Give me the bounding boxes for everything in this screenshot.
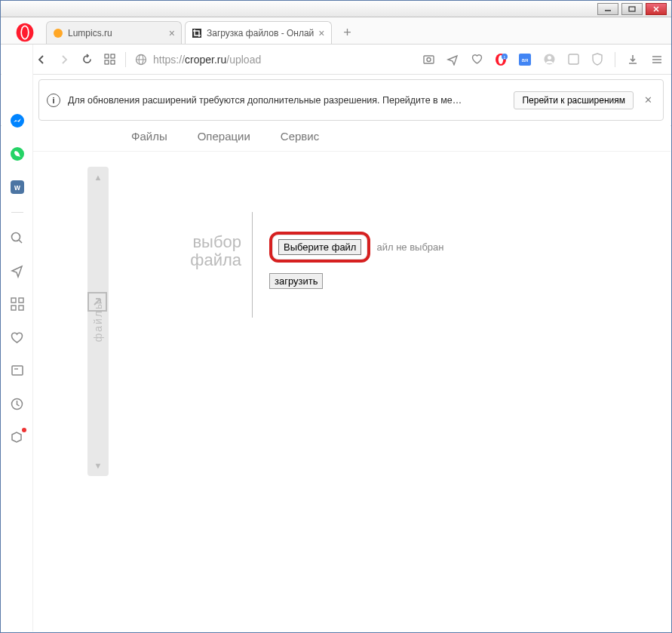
svg-rect-10 (111, 54, 115, 58)
svg-text:w: w (14, 183, 20, 192)
tab-title: Загрузка файлов - Онлай (207, 28, 314, 38)
svg-point-31 (12, 232, 20, 241)
window-frame: Lumpics.ru × Загрузка файлов - Онлай × +… (0, 0, 672, 633)
menu-operations[interactable]: Операции (198, 130, 250, 143)
svg-text:1: 1 (504, 54, 506, 59)
upload-area: выбор файла Выберите файл айл не выбран … (154, 212, 670, 318)
go-to-extensions-button[interactable]: Перейти к расширениям (514, 91, 634, 109)
new-tab-button[interactable]: + (338, 23, 357, 42)
svg-point-6 (22, 26, 28, 38)
news-sidebar-icon[interactable] (9, 362, 26, 379)
crop-favicon-icon (192, 28, 202, 38)
menu-icon[interactable] (650, 53, 664, 66)
tab-close-icon[interactable]: × (169, 27, 175, 39)
menu-service[interactable]: Сервис (281, 130, 319, 143)
vk-icon[interactable]: w (9, 179, 26, 195)
svg-rect-1 (629, 7, 635, 11)
url-host: croper.ru (185, 54, 226, 66)
adblock-icon[interactable] (566, 53, 580, 66)
expand-icon[interactable] (87, 292, 107, 312)
tab-title: Lumpics.ru (68, 28, 112, 38)
svg-point-25 (548, 56, 551, 60)
tab-croper[interactable]: Загрузка файлов - Онлай × (185, 21, 332, 44)
url-field[interactable]: https://croper.ru/upload (135, 54, 413, 66)
drawer-up-icon: ▲ (94, 173, 103, 182)
svg-rect-8 (192, 29, 201, 38)
svg-point-7 (54, 29, 63, 38)
svg-rect-36 (19, 306, 23, 310)
drawer-down-icon: ▼ (94, 461, 103, 470)
files-drawer[interactable]: ▲ файлы ▼ (87, 167, 109, 476)
file-status-text: айл не выбран (376, 241, 443, 253)
messenger-icon[interactable] (9, 112, 26, 129)
speeddial-sidebar-icon[interactable] (9, 296, 26, 312)
svg-line-32 (19, 240, 22, 243)
tab-lumpics[interactable]: Lumpics.ru × (46, 21, 182, 44)
svg-rect-37 (12, 366, 23, 375)
svg-rect-12 (111, 60, 115, 64)
reload-button[interactable] (80, 53, 94, 66)
tabstrip: Lumpics.ru × Загрузка файлов - Онлай × + (1, 17, 671, 45)
shield-icon[interactable] (591, 53, 604, 66)
svg-rect-33 (11, 298, 16, 303)
info-icon: i (47, 94, 60, 107)
download-icon[interactable] (626, 53, 640, 66)
notification-bar: i Для обновления расширений требуются до… (38, 79, 664, 121)
globe-icon (135, 54, 147, 66)
annotation-highlight: Выберите файл (269, 232, 370, 263)
file-chooser-row: Выберите файл айл не выбран (269, 232, 444, 263)
send-icon[interactable] (446, 53, 459, 66)
heart-sidebar-icon[interactable] (9, 329, 26, 346)
tab-close-icon[interactable]: × (318, 27, 324, 39)
upload-controls: Выберите файл айл не выбран загрузить (269, 212, 444, 289)
upload-heading: выбор файла (154, 212, 252, 269)
titlebar (1, 1, 671, 17)
notification-text: Для обновления расширений требуются допо… (68, 95, 462, 106)
close-button[interactable] (646, 3, 667, 15)
svg-rect-16 (424, 56, 434, 63)
page-content: Файлы Операции Сервис ▲ файлы ▼ выбор фа… (33, 121, 670, 631)
svg-point-17 (427, 58, 431, 62)
url-path: /upload (226, 54, 261, 66)
favicon-icon (53, 28, 63, 38)
menu-files[interactable]: Файлы (131, 130, 167, 143)
opera-logo-icon (14, 22, 35, 43)
toolbar-icons: 1 aя (422, 52, 664, 67)
svg-text:aя: aя (522, 57, 529, 63)
choose-file-button[interactable]: Выберите файл (278, 239, 361, 255)
maximize-button[interactable] (621, 3, 643, 15)
minimize-button[interactable] (597, 3, 618, 15)
upload-button[interactable]: загрузить (269, 273, 323, 289)
back-button[interactable] (35, 53, 48, 66)
notification-row: aя + i Для обновления расширений требуют… (1, 75, 671, 126)
divider (252, 212, 253, 318)
send-sidebar-icon[interactable] (9, 263, 26, 279)
snapshot-icon[interactable] (422, 53, 435, 66)
history-sidebar-icon[interactable] (9, 395, 26, 412)
opera-ext-icon[interactable]: 1 (494, 53, 508, 66)
search-icon[interactable] (9, 229, 26, 246)
speed-dial-button[interactable] (103, 53, 116, 66)
svg-rect-9 (105, 54, 109, 58)
heart-icon[interactable] (470, 53, 483, 66)
app-sidebar: w (2, 45, 33, 631)
address-bar: https://croper.ru/upload 1 aя (1, 45, 671, 75)
svg-rect-26 (569, 54, 578, 64)
content-wrap: ▲ файлы ▼ выбор файла Выберите файл айл … (33, 152, 670, 318)
url-protocol: https:// (153, 54, 185, 66)
translate-ext-icon[interactable]: aя (518, 53, 532, 66)
sidebar-separator (11, 212, 23, 213)
svg-rect-34 (19, 298, 23, 303)
forward-button[interactable] (57, 53, 71, 66)
whatsapp-icon[interactable] (9, 146, 26, 162)
site-menu: Файлы Операции Сервис (33, 121, 670, 152)
profile-icon[interactable] (542, 53, 556, 66)
extensions-sidebar-icon[interactable] (9, 429, 26, 445)
svg-rect-35 (11, 306, 16, 310)
notification-close-icon[interactable]: ✕ (641, 94, 655, 106)
svg-rect-11 (105, 60, 109, 64)
